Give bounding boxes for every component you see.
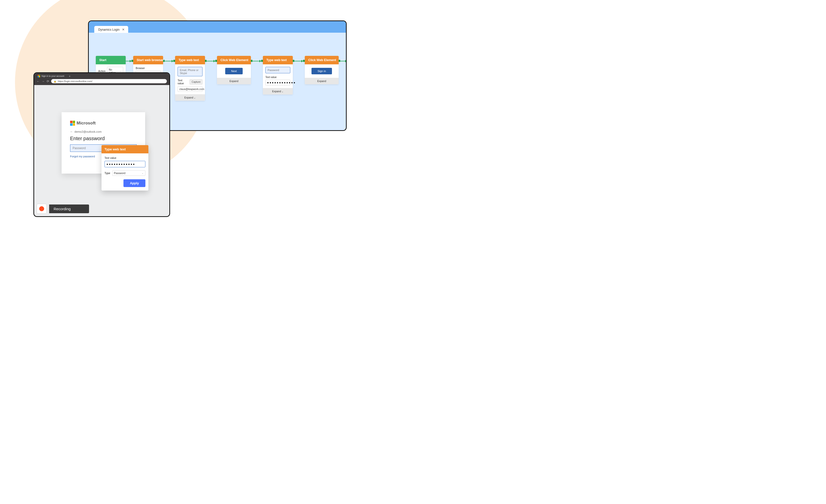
capture-button[interactable]: Capture — [189, 79, 202, 84]
arrow-right-icon — [345, 60, 347, 62]
close-icon[interactable]: ✕ — [122, 28, 125, 32]
popover-header: Type web text — [102, 145, 149, 153]
dropdown-value: Password — [114, 172, 125, 175]
record-button[interactable] — [37, 204, 47, 214]
arrow-right-icon — [172, 60, 173, 62]
back-button[interactable]: ← — [37, 79, 40, 83]
field-label: Browser — [136, 67, 161, 70]
recording-bar: Recording — [37, 204, 89, 214]
node-header: Type web text — [175, 56, 205, 64]
chevron-down-icon: ⌄ — [194, 97, 196, 99]
chevron-down-icon: ⌄ — [282, 90, 284, 93]
type-text-popover[interactable]: Type web text Text value ●●●●●●●●●●●● Ty… — [102, 145, 149, 191]
target-element-preview[interactable]: Sign in — [311, 68, 332, 74]
microsoft-favicon-icon — [38, 75, 40, 77]
connector-line — [252, 61, 259, 61]
apply-button[interactable]: Apply — [123, 179, 145, 187]
login-heading: Enter password — [70, 136, 137, 141]
chevron-down-icon: ⌄ — [142, 172, 144, 174]
expand-toggle[interactable]: Expand⌄ — [175, 94, 205, 101]
new-tab-button[interactable]: + — [69, 74, 71, 78]
type-dropdown[interactable]: Password ⌄ — [112, 170, 145, 176]
node-header: Click Web Element — [217, 56, 251, 64]
flow-tab-title: Dynamics Login — [98, 28, 119, 32]
connector-line — [294, 61, 301, 61]
browser-window: Sign in to your account + ← → ⟳ 🔒 https:… — [34, 72, 170, 217]
text-value-input[interactable]: ●●●●●●●●●●●● — [105, 161, 145, 167]
target-element-preview[interactable]: Next — [225, 68, 243, 74]
reload-button[interactable]: ⟳ — [47, 79, 49, 83]
node-type-text-email[interactable]: Type web text Email, Phone or Skype Text… — [175, 56, 205, 101]
node-header: Start — [96, 56, 126, 64]
flow-titlebar: Dynamics Login ✕ — [89, 21, 346, 33]
node-header: Type web text — [263, 56, 293, 64]
expand-toggle[interactable]: Expand — [305, 78, 339, 84]
browser-tab[interactable]: Sign in to your account — [36, 74, 66, 78]
connector-line — [165, 61, 172, 61]
node-click-next[interactable]: Click Web Element Next Expand — [217, 56, 251, 84]
expand-toggle[interactable]: Expand⌄ — [263, 88, 293, 94]
arrow-right-icon — [130, 60, 131, 62]
back-to-accounts[interactable]: ← demo2@outlook.com — [70, 130, 137, 133]
text-value: claus@leapwork.com — [179, 87, 204, 90]
field-label: Text value — [266, 76, 290, 78]
connector-line — [206, 61, 214, 61]
browser-tab-title: Sign in to your account — [41, 75, 64, 77]
forward-button[interactable]: → — [42, 79, 45, 83]
microsoft-logo: Microsoft — [70, 121, 137, 126]
browser-chrome: Sign in to your account + ← → ⟳ 🔒 https:… — [34, 73, 169, 85]
expand-toggle[interactable]: Expand — [217, 78, 251, 84]
node-click-signin[interactable]: Click Web Element Sign in Expand — [305, 56, 339, 84]
chevron-down-icon: ⌄ — [119, 70, 121, 72]
field-label: Type — [105, 172, 110, 175]
account-email: demo2@outlook.com — [74, 130, 102, 133]
arrow-right-icon — [214, 60, 215, 62]
text-value-input[interactable]: claus@leapwork.com — [178, 86, 202, 92]
target-element-preview[interactable]: Email, Phone or Skype — [178, 67, 202, 76]
recording-label: Recording — [49, 204, 89, 213]
browser-toolbar: ← → ⟳ 🔒 https://login.microsoftonline.co… — [34, 78, 169, 84]
node-header: Click Web Element — [305, 56, 339, 64]
record-icon — [39, 206, 44, 211]
field-label: Text value — [105, 156, 145, 160]
text-value-input[interactable]: ●●●●●●●●●●●● — [266, 79, 290, 85]
microsoft-wordmark: Microsoft — [76, 121, 96, 126]
target-element-preview[interactable]: Password — [266, 67, 290, 73]
address-bar[interactable]: 🔒 https://login.microsoftonline.com/ — [51, 79, 167, 83]
microsoft-logo-icon — [70, 121, 75, 126]
node-header: Start web browser — [133, 56, 163, 64]
lock-icon: 🔒 — [54, 80, 56, 82]
flow-tab[interactable]: Dynamics Login ✕ — [94, 26, 128, 33]
node-type-text-password[interactable]: Type web text Password Text value ●●●●●●… — [263, 56, 293, 94]
address-url: https://login.microsoftonline.com/ — [58, 80, 92, 82]
arrow-right-icon — [301, 60, 303, 62]
field-label: Text value — [178, 79, 188, 85]
tab-strip: Sign in to your account + — [34, 73, 169, 78]
arrow-right-icon — [259, 60, 261, 62]
arrow-left-icon: ← — [70, 130, 73, 133]
